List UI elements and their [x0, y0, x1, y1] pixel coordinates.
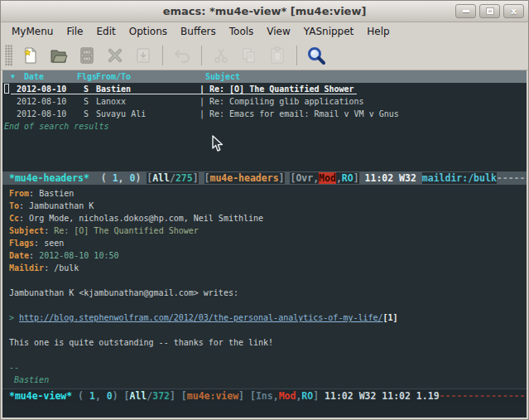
modeline-segment-paren: ,	[118, 172, 130, 184]
modeline-segment-num: 1	[113, 172, 118, 184]
save-icon[interactable]	[75, 43, 99, 68]
row-date: 2012-08-10	[17, 95, 66, 108]
modeline-segment-maildir: maildir:/bulk	[422, 172, 497, 184]
field-label: Maildir	[9, 263, 44, 273]
minibuffer[interactable]	[2, 403, 527, 418]
search-icon[interactable]	[304, 43, 329, 68]
menu-item-yasnippet[interactable]: YASnippet	[297, 24, 361, 39]
body-line	[2, 274, 527, 287]
toolbar-separator	[201, 46, 202, 65]
modeline-segment-bright: 11:02 W32 11:02 1.19	[325, 390, 439, 402]
column-flags[interactable]: Flgs	[77, 70, 97, 83]
modeline-segment-mod: Mod	[279, 390, 296, 402]
headers-column-header[interactable]: ▼ Date Flgs From/To Subject	[2, 70, 527, 83]
modeline-segment-bracket: ]	[238, 390, 244, 402]
menu-item-mymenu[interactable]: MyMenu	[5, 24, 60, 39]
toolbar-separator	[296, 46, 297, 65]
row-thread-indicator: |	[200, 108, 204, 120]
message-field-flags: Flags: seen	[2, 237, 527, 249]
modeline-segment-mode: mu4e-headers	[209, 172, 278, 184]
message-field-date: Date: 2012-08-10 10:50	[2, 249, 527, 262]
headers-row-2[interactable]: 2012-08-10 S Lanoxx | Re: Compiling glib…	[2, 95, 527, 108]
modeline-segment-paren: )	[135, 172, 147, 184]
window-controls: x	[455, 4, 524, 18]
body-line: This one is quite outstanding -- thanks …	[2, 336, 527, 349]
maximize-button[interactable]	[479, 4, 500, 18]
body-line	[2, 299, 527, 311]
menu-item-edit[interactable]: Edit	[90, 24, 123, 39]
menu-item-buffers[interactable]: Buffers	[174, 24, 223, 39]
menu-item-tools[interactable]: Tools	[223, 24, 261, 39]
close-button[interactable]: x	[503, 4, 524, 18]
headers-row-1[interactable]: 2012-08-10 S Bastien | Re: [O] The Quant…	[2, 83, 527, 95]
toolbar-separator	[162, 46, 163, 65]
headers-row-3[interactable]: 2012-08-10 S Suvayu Ali | Re: Emacs for …	[2, 108, 527, 120]
field-value: 2012-08-10 10:50	[39, 251, 118, 260]
menu-item-help[interactable]: Help	[360, 24, 396, 39]
cut-icon	[209, 43, 233, 68]
modeline-segment-bracket: ]	[193, 172, 199, 184]
message-body: Jambunathan K <kjambunathan@gmail.com> w…	[2, 274, 527, 386]
toolbar	[1, 41, 528, 70]
modeline-segment-paren	[176, 390, 181, 402]
menu-item-view[interactable]: View	[260, 24, 296, 39]
emacs-window: emacs: *mu4e-view* [mu4e:view] x MyMenuF…	[0, 0, 529, 420]
menu-item-file[interactable]: File	[60, 24, 89, 39]
modeline-segment-paren	[199, 172, 204, 184]
emacs-editor-area: ▼ Date Flgs From/To Subject 2012-08-10 S…	[2, 70, 527, 418]
modeline-segment-bracket: [	[181, 390, 187, 402]
field-label: Flags	[9, 239, 34, 248]
field-separator: :	[44, 263, 54, 273]
save-as-icon	[131, 43, 156, 68]
modeline-segment-paren	[244, 390, 250, 402]
body-segment-footnote: [1]	[383, 313, 398, 322]
mouse-cursor	[212, 135, 224, 152]
message-field-to: To: Jambunathan K	[2, 200, 527, 212]
title-bar[interactable]: emacs: *mu4e-view* [mu4e:view] x	[1, 1, 528, 22]
minimize-button[interactable]	[455, 4, 476, 18]
field-separator: :	[19, 201, 29, 210]
modeline-segment-paren: (	[72, 390, 89, 402]
end-of-search-results: End of search results	[2, 120, 527, 133]
row-date: 2012-08-10	[17, 108, 66, 120]
body-segment-signature: Bastien	[9, 375, 49, 384]
column-from[interactable]: From/To	[96, 70, 131, 83]
column-date[interactable]: Date	[24, 70, 44, 83]
modeline-segment-bracket: /	[170, 172, 176, 184]
undo-icon	[170, 43, 195, 68]
minimize-icon	[463, 10, 469, 12]
body-line	[2, 349, 527, 361]
field-value: Re: [O] The Quantified Shower	[54, 226, 199, 235]
modeline-segment-bracket: [	[250, 390, 256, 402]
field-separator: :	[34, 239, 44, 248]
row-from: Lanoxx	[96, 95, 126, 108]
body-line: Bastien	[2, 374, 527, 386]
headers-list: 2012-08-10 S Bastien | Re: [O] The Quant…	[2, 83, 527, 120]
modeline-segment-bright: 11:02 W32	[365, 172, 422, 184]
body-segment-plain: Jambunathan K <kjambunathan@gmail.com> w…	[9, 288, 238, 297]
body-hyperlink[interactable]: http://blog.stephenwolfram.com/2012/03/t…	[19, 313, 383, 322]
close-buffer-icon[interactable]	[103, 43, 127, 68]
message-field-cc: Cc: Org Mode, nicholas.dokos@hp.com, Nei…	[2, 212, 527, 224]
field-separator: :	[29, 251, 39, 260]
open-folder-icon[interactable]	[46, 43, 71, 68]
new-file-icon[interactable]	[18, 43, 43, 68]
field-label: Cc	[9, 214, 19, 223]
message-header-fields: From: BastienTo: Jambunathan KCc: Org Mo…	[2, 187, 527, 274]
modeline-segment-bracket: ,	[336, 172, 342, 184]
row-flags: S	[84, 108, 89, 120]
copy-icon	[237, 43, 262, 68]
modeline-segment-ro: RO	[342, 172, 353, 184]
field-value: Jambunathan K	[29, 201, 94, 210]
message-field-from: From: Bastien	[2, 187, 527, 200]
menu-item-options[interactable]: Options	[123, 24, 174, 39]
sort-descending-icon[interactable]: ▼	[11, 70, 15, 83]
field-value: /bulk	[54, 263, 79, 273]
body-line: Jambunathan K <kjambunathan@gmail.com> w…	[2, 287, 527, 299]
column-subject[interactable]: Subject	[205, 70, 240, 83]
field-label: Date	[9, 251, 29, 260]
modeline-segment-dashes: ------------	[497, 172, 527, 184]
field-value: Org Mode, nicholas.dokos@hp.com, Neil Sm…	[29, 214, 263, 223]
toolbar-drag-handle-icon[interactable]	[5, 45, 12, 66]
modeline-segment-paren: (	[89, 172, 113, 184]
